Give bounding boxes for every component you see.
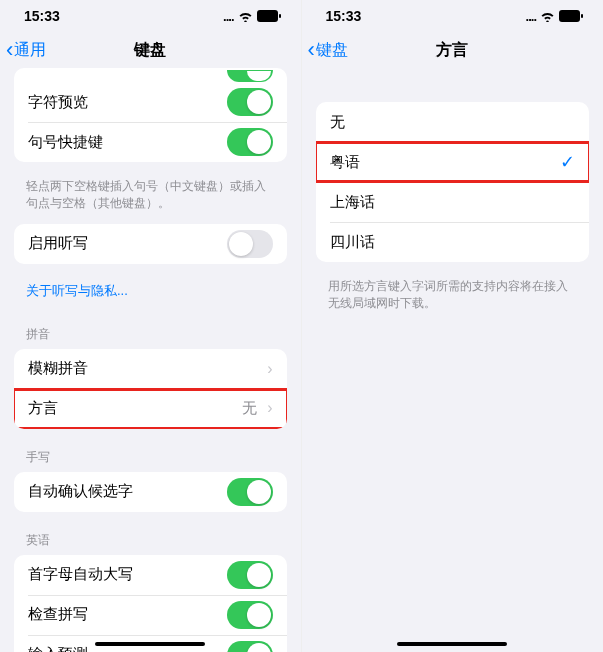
privacy-link[interactable]: 关于听写与隐私... [0,274,301,316]
page-title: 键盘 [134,40,166,61]
svg-rect-2 [559,10,580,22]
back-label: 键盘 [316,40,348,61]
label: 字符预览 [28,93,88,112]
toggle-auto-confirm[interactable] [227,478,273,506]
toggle-partial[interactable] [227,70,273,82]
label: 四川话 [330,233,375,252]
option-cantonese[interactable]: 粤语 ✓ [316,142,590,182]
toggle-period-shortcut[interactable] [227,128,273,156]
footer-text: 轻点两下空格键插入句号（中文键盘）或插入句点与空格（其他键盘）。 [0,172,301,224]
option-sichuanese[interactable]: 四川话 [316,222,590,262]
svg-rect-0 [257,10,278,22]
section-header-pinyin: 拼音 [0,316,301,349]
label: 输入预测 [28,645,88,652]
cell-auto-confirm[interactable]: 自动确认候选字 [14,472,287,512]
option-shanghainese[interactable]: 上海话 [316,182,590,222]
wifi-icon [238,11,253,22]
label: 模糊拼音 [28,359,88,378]
nav-bar: ‹ 通用 键盘 [0,32,301,68]
status-time: 15:33 [24,8,60,24]
label: 上海话 [330,193,375,212]
cellular-dots: .... [526,9,536,24]
status-indicators: .... [223,9,280,24]
label: 无 [330,113,345,132]
toggle-auto-cap[interactable] [227,561,273,589]
back-button[interactable]: ‹ 键盘 [302,39,348,61]
cell-check-spelling[interactable]: 检查拼写 [14,595,287,635]
footer-text: 用所选方言键入字词所需的支持内容将在接入无线局域网时下载。 [302,272,604,324]
cellular-dots: .... [223,9,233,24]
status-bar: 15:33 .... [0,0,301,32]
nav-bar: ‹ 键盘 方言 [302,32,604,68]
battery-icon [257,10,281,22]
toggle-predictive[interactable] [227,641,273,652]
back-button[interactable]: ‹ 通用 [0,39,46,61]
cell-value: 无 [242,399,257,416]
label: 启用听写 [28,234,88,253]
label: 首字母自动大写 [28,565,133,584]
wifi-icon [540,11,555,22]
home-indicator[interactable] [397,642,507,646]
label: 检查拼写 [28,605,88,624]
section-header-handwriting: 手写 [0,439,301,472]
svg-rect-1 [279,14,281,18]
chevron-right-icon: › [267,360,272,378]
toggle-char-preview[interactable] [227,88,273,116]
battery-icon [559,10,583,22]
label: 粤语 [330,153,360,172]
cell-fuzzy-pinyin[interactable]: 模糊拼音 › [14,349,287,389]
home-indicator[interactable] [95,642,205,646]
svg-rect-3 [581,14,583,18]
cell-auto-cap[interactable]: 首字母自动大写 [14,555,287,595]
toggle-dictation[interactable] [227,230,273,258]
back-label: 通用 [14,40,46,61]
status-indicators: .... [526,9,583,24]
status-bar: 15:33 .... [302,0,604,32]
label: 句号快捷键 [28,133,103,152]
cell-period-shortcut[interactable]: 句号快捷键 [14,122,287,162]
label: 方言 [28,399,58,418]
cell-char-preview[interactable]: 字符预览 [14,82,287,122]
chevron-left-icon: ‹ [308,39,315,61]
cell-dictation[interactable]: 启用听写 [14,224,287,264]
check-icon: ✓ [560,151,575,173]
chevron-left-icon: ‹ [6,39,13,61]
cell-dialect[interactable]: 方言 无 › [14,389,287,429]
toggle-check-spelling[interactable] [227,601,273,629]
option-none[interactable]: 无 [316,102,590,142]
status-time: 15:33 [326,8,362,24]
label: 自动确认候选字 [28,482,133,501]
section-header-english: 英语 [0,522,301,555]
chevron-right-icon: › [267,399,272,416]
page-title: 方言 [436,40,468,61]
